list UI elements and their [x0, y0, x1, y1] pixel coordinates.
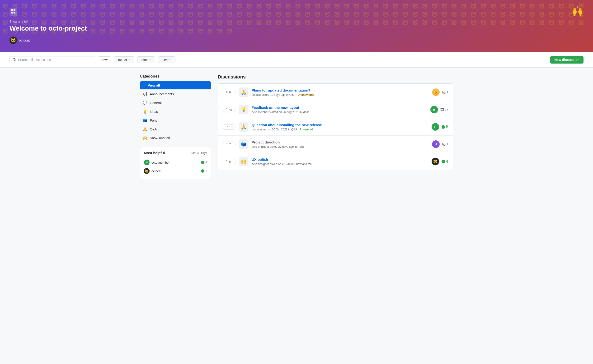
discussion-meta-4: octo-engineer asked 27 days ago in Polls — [252, 145, 429, 149]
chevron-down-icon-3 — [169, 58, 172, 61]
discussion-content-1: Plans for updated documentation? octocat… — [252, 88, 429, 97]
search-icon — [13, 58, 16, 62]
discussion-meta-2: octo-member started on 26 Aug 2021 in Id… — [252, 110, 427, 114]
discussion-right-5: 🐱 4 — [432, 158, 448, 165]
avatar-5: 🐱 — [432, 158, 439, 165]
discussion-content-3: Question about installing the new releas… — [252, 123, 428, 131]
sidebar-item-label-ideas: Ideas — [150, 110, 158, 114]
sidebar-item-qa[interactable]: 🙏 Q&A — [140, 125, 211, 133]
helpful-user-1-info: H octo-member — [144, 160, 170, 165]
discussion-title-1[interactable]: Plans for updated documentation? — [252, 88, 429, 92]
filter-button[interactable]: Filter — [158, 56, 175, 63]
upvote-icon-3 — [225, 125, 228, 128]
vote-count-5: 8 — [229, 160, 231, 163]
discussion-right-2: H 27 — [430, 106, 448, 113]
reply-count-val-1: 3 — [446, 91, 448, 94]
discussion-content-2: Feedback on the new layout octo-member s… — [252, 105, 427, 114]
discussion-icon-2: 💡 — [239, 105, 248, 114]
svg-point-1 — [442, 143, 445, 146]
vote-box-2[interactable]: 48 — [223, 107, 235, 112]
sidebar-item-show-and-tell[interactable]: 🙌 Show and tell — [140, 134, 211, 142]
reply-count-4: 1 — [442, 143, 448, 146]
discussion-icon-4: 🗳️ — [239, 139, 248, 149]
banner-tag: Show and tell — [9, 20, 584, 23]
sidebar-item-polls[interactable]: 🗳️ Polls — [140, 116, 211, 124]
helpful-header: Most helpful Last 30 days — [144, 151, 207, 155]
label-button[interactable]: Label — [137, 56, 155, 63]
new-discussion-button[interactable]: New discussion — [550, 56, 584, 64]
sidebar-item-label-polls: Polls — [150, 119, 157, 122]
discussion-title-4[interactable]: Project direction — [252, 140, 429, 144]
sidebar-item-label-announcements: Announcements — [150, 92, 174, 96]
sidebar-item-label-general: General — [150, 101, 162, 105]
helpful-user-2-avatar: 🐱 — [144, 168, 150, 174]
upvote-icon-5 — [225, 160, 228, 163]
show-and-tell-icon: 🙌 — [143, 136, 147, 140]
toolbar: New Top: All Label Filter New discussion — [0, 52, 593, 68]
discussion-right-4: H 1 — [432, 140, 448, 148]
helpful-user-2-count: 1 — [201, 169, 207, 173]
discussion-item-3: 10 🙏 Question about installing the new r… — [218, 118, 453, 136]
discussions-title: Discussions — [218, 74, 453, 80]
reply-count-1: 3 — [442, 91, 448, 94]
top-label: Top: All — [118, 58, 127, 62]
comment-icon — [440, 108, 444, 111]
sidebar-item-label-show-and-tell: Show and tell — [150, 136, 170, 140]
banner-title: Welcome to octo-project — [9, 25, 584, 32]
search-input[interactable] — [18, 58, 92, 62]
sidebar-item-announcements[interactable]: 📢 Announcements — [140, 90, 211, 98]
new-button[interactable]: New — [98, 56, 111, 63]
check-mark-icon-2 — [201, 169, 204, 173]
discussion-title-3[interactable]: Question about installing the new releas… — [252, 123, 428, 127]
discussion-meta-5: octo-designer asked on 25 Jan in Show an… — [252, 162, 428, 166]
discussion-icon-1: 🙏 — [239, 87, 248, 97]
main-content: Categories ∞ View all 📢 Announcements 💬 … — [130, 68, 463, 186]
sidebar-item-view-all[interactable]: ∞ View all — [140, 81, 211, 89]
discussion-title-2[interactable]: Feedback on the new layout — [252, 105, 427, 110]
vote-box-4[interactable]: 7 — [223, 142, 235, 147]
top-button[interactable]: Top: All — [114, 56, 134, 63]
status-badge-1: Unanswered — [297, 93, 314, 97]
categories-title: Categories — [140, 74, 211, 78]
discussion-content-4: Project direction octo-engineer asked 27… — [252, 140, 429, 149]
check-circle-green-icon-3 — [441, 125, 445, 129]
reply-count-val-3: 5 — [446, 125, 448, 129]
vote-box-5[interactable]: 8 — [223, 159, 235, 164]
discussion-title-5[interactable]: UX polish — [252, 157, 428, 162]
reply-count-val-2: 27 — [445, 108, 448, 111]
chevron-down-icon — [128, 58, 131, 61]
polls-icon: 🗳️ — [143, 118, 147, 123]
vote-count-2: 48 — [229, 108, 232, 111]
ideas-icon: 💡 — [143, 109, 147, 114]
sidebar-item-ideas[interactable]: 💡 Ideas — [140, 107, 211, 116]
announcements-icon: 📢 — [143, 92, 147, 96]
banner: 🐱 🐱 🐱 🐱 🐱 🐱 🐱 🐱 🐱 🐱 🐱 🐱 🐱 🐱 🐱 🐱 🐱 🐱 🐱 🐱 … — [0, 0, 593, 52]
helpful-user-1-count: 6 — [201, 161, 207, 164]
discussion-icon-5: 🙌 — [239, 157, 248, 166]
vote-box-3[interactable]: 10 — [223, 124, 235, 130]
discussion-item-2: 48 💡 Feedback on the new layout octo-mem… — [218, 101, 453, 118]
infinity-icon: ∞ — [143, 83, 145, 87]
discussion-right-1: 😸 3 — [432, 88, 448, 96]
discussions-panel: Discussions 6 🙏 Plans for updated docume… — [218, 74, 453, 179]
helpful-user-1-avatar: H — [144, 160, 150, 165]
label-btn-label: Label — [141, 58, 148, 62]
sidebar-item-label-qa: Q&A — [150, 127, 157, 131]
sidebar-item-label-view-all: View all — [148, 84, 160, 87]
upvote-icon-4 — [225, 143, 228, 146]
avatar-1: 😸 — [432, 88, 440, 96]
avatar-2: H — [430, 106, 438, 113]
upvote-icon-2 — [225, 108, 228, 111]
search-box[interactable] — [9, 56, 95, 63]
sidebar-item-general[interactable]: 💬 General — [140, 99, 211, 107]
grid-icon — [9, 8, 17, 16]
discussion-meta-3: mona asked on 30 Oct 2021 in Q&A · Answe… — [252, 128, 428, 131]
vote-box-1[interactable]: 6 — [223, 90, 235, 95]
check-mark-icon — [201, 161, 204, 164]
check-circle-green-icon-5 — [441, 160, 445, 163]
vote-count-4: 7 — [229, 143, 231, 146]
avatar-3: H — [432, 123, 439, 131]
reply-count-3: 5 — [441, 125, 448, 129]
reply-count-val-5: 4 — [446, 159, 448, 164]
helpful-subtitle: Last 30 days — [191, 151, 207, 155]
